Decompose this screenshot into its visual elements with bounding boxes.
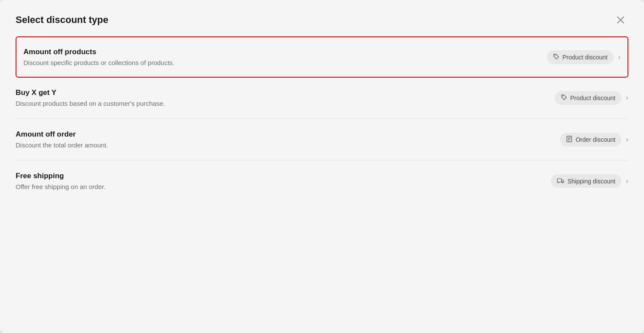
- modal-title: Select discount type: [16, 14, 108, 26]
- discount-item-amount-off-order[interactable]: Amount off order Discount the total orde…: [16, 119, 628, 160]
- product-discount-badge-1: Product discount: [547, 50, 614, 64]
- chevron-icon-1: ›: [618, 52, 621, 62]
- product-discount-badge-2: Product discount: [555, 91, 621, 105]
- svg-point-8: [562, 182, 563, 183]
- discount-item-amount-off-products[interactable]: Amount off products Discount specific pr…: [16, 36, 628, 78]
- discount-item-right: Product discount ›: [547, 50, 621, 64]
- discount-item-text: Buy X get Y Discount products based on a…: [16, 88, 546, 107]
- discount-item-description: Discount the total order amount.: [16, 141, 551, 149]
- badge-label-3: Order discount: [576, 136, 615, 143]
- discount-item-right: Order discount ›: [560, 133, 628, 147]
- tag-icon-2: [561, 94, 567, 102]
- svg-point-0: [554, 55, 555, 56]
- truck-icon: [557, 177, 564, 185]
- modal-header: Select discount type: [0, 0, 644, 36]
- discount-item-title: Amount off order: [16, 130, 551, 139]
- receipt-icon: [566, 136, 572, 144]
- order-discount-badge: Order discount: [560, 133, 621, 147]
- discount-item-description: Offer free shipping on an order.: [16, 183, 542, 190]
- discount-item-title: Buy X get Y: [16, 88, 546, 97]
- close-icon: [617, 16, 624, 24]
- discount-item-right: Shipping discount ›: [551, 174, 628, 188]
- discount-item-buy-x-get-y[interactable]: Buy X get Y Discount products based on a…: [16, 77, 628, 119]
- svg-point-7: [558, 182, 559, 183]
- badge-label-1: Product discount: [563, 54, 608, 61]
- discount-item-right: Product discount ›: [555, 91, 628, 105]
- chevron-icon-3: ›: [626, 135, 628, 144]
- discount-item-title: Amount off products: [23, 48, 538, 56]
- svg-point-1: [562, 95, 563, 96]
- discount-item-description: Discount specific products or collection…: [23, 59, 538, 66]
- chevron-icon-2: ›: [626, 93, 628, 102]
- chevron-icon-4: ›: [626, 176, 628, 186]
- badge-label-2: Product discount: [570, 95, 615, 101]
- discount-item-title: Free shipping: [16, 172, 542, 180]
- discount-item-text: Amount off products Discount specific pr…: [23, 48, 538, 66]
- tag-icon-1: [553, 53, 559, 61]
- close-button[interactable]: [613, 12, 628, 28]
- shipping-discount-badge: Shipping discount: [551, 174, 621, 188]
- svg-rect-6: [557, 179, 562, 182]
- discount-item-text: Amount off order Discount the total orde…: [16, 130, 551, 149]
- discount-item-free-shipping[interactable]: Free shipping Offer free shipping on an …: [16, 160, 628, 202]
- discount-item-text: Free shipping Offer free shipping on an …: [16, 172, 542, 190]
- select-discount-modal: Select discount type Amount off products…: [0, 0, 644, 333]
- discount-item-description: Discount products based on a customer's …: [16, 100, 546, 107]
- badge-label-4: Shipping discount: [567, 178, 615, 185]
- modal-body: Amount off products Discount specific pr…: [0, 36, 644, 333]
